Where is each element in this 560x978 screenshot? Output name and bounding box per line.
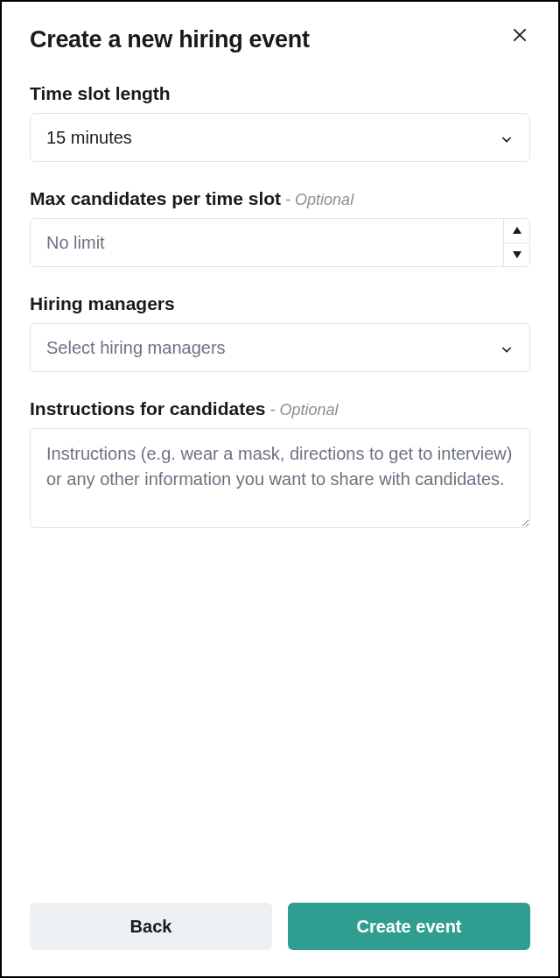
- max-candidates-label: Max candidates per time slot - Optional: [30, 188, 530, 209]
- max-candidates-field: Max candidates per time slot - Optional: [30, 188, 530, 267]
- triangle-up-icon: [513, 227, 522, 234]
- close-icon: [511, 26, 528, 44]
- optional-tag: - Optional: [281, 191, 354, 208]
- time-slot-label: Time slot length: [30, 83, 530, 104]
- chevron-down-icon: [500, 130, 514, 144]
- hiring-managers-field: Hiring managers Select hiring managers: [30, 293, 530, 372]
- close-button[interactable]: [509, 25, 530, 46]
- footer: Back Create event: [30, 903, 530, 950]
- max-candidates-label-text: Max candidates per time slot: [30, 188, 281, 208]
- number-spinner: [503, 219, 529, 266]
- time-slot-select[interactable]: 15 minutes: [30, 113, 530, 162]
- instructions-label-text: Instructions for candidates: [30, 398, 266, 419]
- chevron-down-icon: [500, 341, 514, 355]
- spinner-down-button[interactable]: [504, 243, 529, 267]
- time-slot-field: Time slot length 15 minutes: [30, 83, 530, 162]
- hiring-managers-select[interactable]: Select hiring managers: [30, 323, 530, 372]
- instructions-textarea[interactable]: [30, 428, 530, 528]
- instructions-label: Instructions for candidates - Optional: [30, 398, 530, 419]
- time-slot-value: 15 minutes: [46, 128, 132, 148]
- create-event-button[interactable]: Create event: [288, 903, 530, 950]
- back-button[interactable]: Back: [30, 903, 272, 950]
- hiring-managers-placeholder: Select hiring managers: [46, 338, 226, 358]
- max-candidates-input[interactable]: [31, 219, 503, 266]
- optional-tag: - Optional: [266, 401, 339, 419]
- hiring-managers-label: Hiring managers: [30, 293, 530, 314]
- triangle-down-icon: [513, 251, 522, 258]
- form: Time slot length 15 minutes Max candidat…: [30, 83, 530, 903]
- spinner-up-button[interactable]: [504, 219, 529, 243]
- svg-marker-3: [513, 251, 522, 258]
- svg-marker-2: [513, 227, 522, 234]
- page-title: Create a new hiring event: [30, 26, 310, 53]
- instructions-field: Instructions for candidates - Optional: [30, 398, 530, 528]
- max-candidates-input-wrap: [30, 218, 530, 267]
